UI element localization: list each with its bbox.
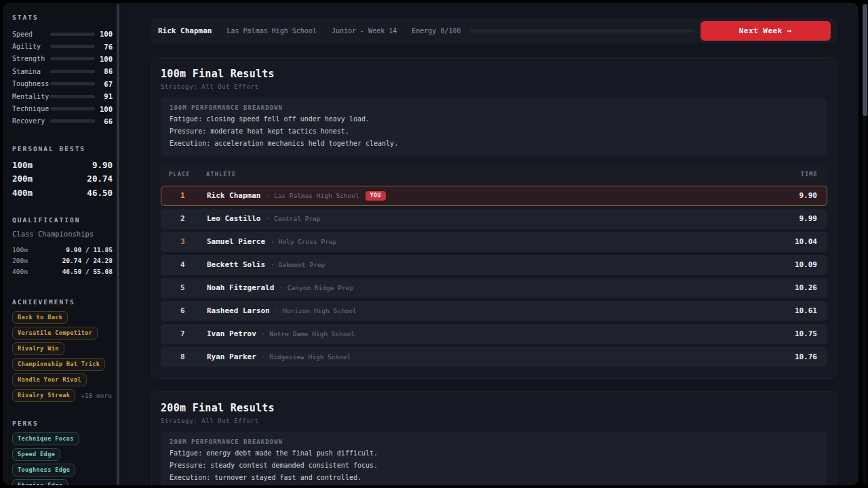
- result-time: 10.76: [795, 352, 817, 361]
- qual-value: 46.50 / 55.08: [62, 268, 113, 275]
- result-row: 2 Leo Castillo Central Prep 9.99: [161, 209, 827, 229]
- result-row: 5 Noah Fitzgerald Canyon Ridge Prep 10.2…: [161, 278, 827, 298]
- breakdown-line: Execution: turnover stayed fast and cont…: [170, 473, 818, 482]
- personal-bests-title: PERSONAL BESTS: [12, 145, 113, 152]
- stat-bar: [50, 45, 95, 48]
- athlete-school: Oakmont Prep: [271, 261, 325, 268]
- perks-list: Technique FocusSpeed EdgeToughness EdgeS…: [12, 432, 114, 485]
- achievements-list: Back to BackVersatile CompetitorRivalry …: [12, 311, 113, 402]
- qual-event: 400m: [12, 268, 28, 275]
- place-column-header: PLACE: [169, 171, 206, 178]
- next-week-button[interactable]: Next Week →: [701, 21, 831, 41]
- place-number: 3: [170, 237, 207, 246]
- stat-value: 100: [95, 30, 113, 38]
- athlete-name: Ivan Petrov: [207, 329, 256, 338]
- athlete-school: Central Prep: [266, 215, 320, 222]
- athlete-name: Rick Chapman: [207, 191, 260, 200]
- qualification-row: 100m 9.90 / 11.85: [12, 245, 113, 256]
- place-number: 6: [170, 306, 207, 315]
- athlete-name: Leo Castillo: [207, 214, 260, 223]
- result-time: 9.99: [800, 214, 818, 223]
- athlete-column-header: ATHLETE: [206, 171, 236, 178]
- stat-label: Mentality: [12, 93, 50, 100]
- section-title: 200m Final Results: [161, 402, 827, 414]
- strategy-label: Strategy: All Out Effort: [161, 83, 827, 90]
- athlete-name: Samuel Pierce: [207, 237, 265, 246]
- place-number: 5: [170, 283, 207, 292]
- personal-bests-list: 100m 9.90 200m 20.74 400m 46.50: [12, 158, 113, 200]
- achievement-last-row: Rivalry Streak +18 more: [12, 389, 112, 402]
- stat-bar: [50, 70, 95, 73]
- athlete-name: Beckett Solis: [207, 260, 265, 269]
- window-scrollbar[interactable]: [863, 4, 867, 484]
- athlete-name: Rick Chapman: [158, 26, 212, 35]
- breakdown-line: Execution: acceleration mechanics held t…: [170, 139, 818, 148]
- result-time: 10.26: [795, 283, 817, 292]
- result-row: 3 Samuel Pierce Holy Cross Prep 10.04: [161, 232, 827, 252]
- perk-badge: Stamina Edge: [12, 479, 68, 485]
- achievement-badge: Rivalry Streak: [12, 389, 75, 402]
- pb-event: 100m: [12, 160, 33, 170]
- race-results-200m: 200m Final Results Strategy: All Out Eff…: [151, 391, 837, 485]
- athlete-school: Las Palmas High School: [266, 192, 359, 199]
- you-badge: YOU: [366, 191, 386, 201]
- stat-bar: [50, 33, 95, 36]
- stat-value: 76: [95, 43, 113, 51]
- results-table-body: 1 Rick Chapman Las Palmas High School YO…: [161, 186, 827, 367]
- result-row: 6 Rasheed Larson Horizon High School 10.…: [161, 301, 827, 321]
- energy-bar: [469, 29, 693, 33]
- place-number: 2: [170, 214, 207, 223]
- stat-row: Toughness 67: [12, 78, 113, 90]
- place-number: 8: [170, 352, 207, 361]
- stat-label: Agility: [12, 43, 50, 50]
- result-row: 4 Beckett Solis Oakmont Prep 10.09: [161, 255, 827, 275]
- stat-bar: [50, 95, 95, 98]
- perks-title: PERKS: [12, 420, 113, 427]
- athlete-school: Holy Cross Prep: [271, 238, 336, 245]
- qual-value: 9.90 / 11.85: [66, 246, 113, 253]
- personal-best-row: 400m 46.50: [12, 186, 113, 200]
- time-column-header: TIME: [801, 171, 818, 178]
- pb-event: 200m: [12, 174, 33, 184]
- stat-value: 67: [95, 80, 113, 88]
- stat-label: Technique: [12, 105, 50, 113]
- perk-badge: Toughness Edge: [12, 464, 75, 476]
- qual-event: 200m: [12, 257, 28, 264]
- pb-time: 9.90: [92, 160, 113, 170]
- athlete-school: Ridgeview High School: [262, 353, 351, 361]
- breakdown-line: Fatigue: closing speed fell off under he…: [170, 115, 818, 123]
- stat-row: Speed 100: [12, 28, 113, 40]
- qualification-list: 100m 9.90 / 11.85 200m 20.74 / 24.28 400…: [12, 245, 113, 277]
- result-time: 10.75: [795, 329, 817, 338]
- result-time: 9.90: [800, 191, 818, 200]
- window-scrollbar-thumb[interactable]: [863, 4, 867, 116]
- stat-label: Stamina: [12, 68, 50, 75]
- stat-label: Toughness: [12, 80, 50, 87]
- stat-value: 100: [95, 105, 113, 113]
- stats-list: Speed 100 Agility 76 Strength 100 Stamin…: [12, 28, 113, 127]
- stat-value: 66: [95, 117, 113, 125]
- athlete-school: Notre Dame High School: [262, 330, 355, 338]
- stat-label: Recovery: [12, 117, 50, 125]
- place-number: 1: [170, 191, 207, 200]
- result-time: 10.04: [795, 237, 817, 246]
- stat-label: Speed: [12, 30, 50, 38]
- strategy-label: Strategy: All Out Effort: [161, 418, 827, 424]
- stat-value: 91: [95, 92, 113, 100]
- stat-value: 86: [95, 67, 113, 75]
- perk-badge: Speed Edge: [12, 448, 60, 461]
- result-row: 1 Rick Chapman Las Palmas High School YO…: [161, 186, 827, 206]
- pb-event: 400m: [12, 188, 33, 198]
- stat-value: 100: [95, 55, 113, 63]
- qualification-row: 200m 20.74 / 24.28: [12, 256, 113, 266]
- perk-badge: Technique Focus: [12, 432, 79, 445]
- place-number: 4: [170, 260, 207, 269]
- achievement-badge: Handle Your Rival: [12, 373, 87, 386]
- personal-best-row: 100m 9.90: [12, 158, 113, 172]
- athlete-header-bar: Rick Chapman Las Palmas High School Juni…: [151, 18, 837, 43]
- qualification-row: 400m 46.50 / 55.08: [12, 266, 113, 277]
- sidebar-scrollbar-thumb[interactable]: [117, 4, 119, 485]
- athlete-school: Canyon Ridge Prep: [279, 284, 353, 291]
- stat-row: Technique 100: [12, 102, 113, 115]
- pb-time: 46.50: [87, 188, 113, 198]
